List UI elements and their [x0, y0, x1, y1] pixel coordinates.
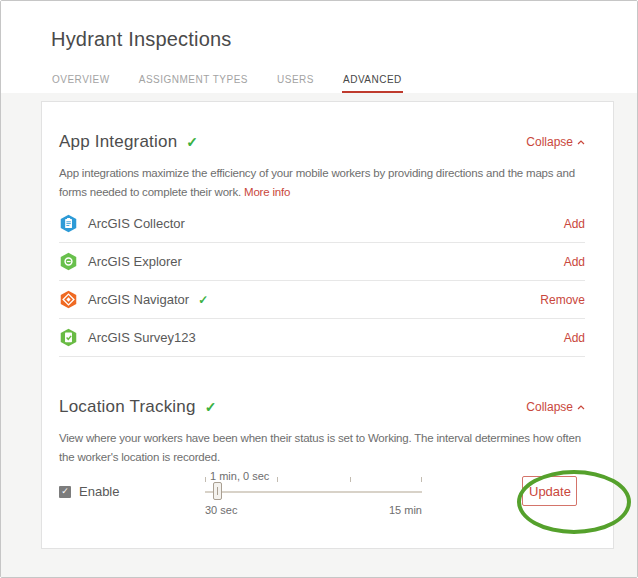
- app-name: ArcGIS Collector: [88, 216, 185, 231]
- app-list: ArcGIS Collector Add ArcGIS Explorer Add: [59, 205, 585, 357]
- app-integration-collapse-link[interactable]: Collapse: [526, 135, 585, 149]
- app-integration-description: App integrations maximize the efficiency…: [59, 164, 585, 201]
- slider-tick: [277, 477, 278, 482]
- app-integration-title: App Integration: [59, 132, 177, 152]
- advanced-settings-card: App Integration ✓ Collapse App integrati…: [41, 101, 614, 549]
- navigator-icon: [59, 290, 78, 309]
- location-tracking-controls: ✓ Enable 1 min, 0 sec 30 sec 15 min Upda…: [59, 474, 585, 530]
- check-icon: ✓: [186, 134, 198, 150]
- slider-min-label: 30 sec: [205, 504, 237, 516]
- chevron-up-icon: [577, 140, 585, 145]
- interval-slider: 1 min, 0 sec 30 sec 15 min: [205, 474, 422, 530]
- slider-max-label: 15 min: [389, 504, 422, 516]
- explorer-icon: [59, 252, 78, 271]
- check-icon: ✓: [198, 293, 208, 307]
- remove-link-navigator[interactable]: Remove: [540, 293, 585, 307]
- page-title: Hydrant Inspections: [51, 28, 232, 51]
- app-row-explorer: ArcGIS Explorer Add: [59, 243, 585, 281]
- slider-tick: [421, 477, 422, 482]
- app-row-navigator: ArcGIS Navigator ✓ Remove: [59, 281, 585, 319]
- checkmark-icon: ✓: [61, 487, 69, 496]
- add-link-explorer[interactable]: Add: [564, 255, 585, 269]
- add-link-collector[interactable]: Add: [564, 217, 585, 231]
- collector-icon: [59, 214, 78, 233]
- tab-overview[interactable]: OVERVIEW: [51, 74, 111, 93]
- more-info-link[interactable]: More info: [244, 186, 290, 198]
- collapse-label: Collapse: [526, 135, 573, 149]
- app-name: ArcGIS Explorer: [88, 254, 182, 269]
- add-link-survey123[interactable]: Add: [564, 331, 585, 345]
- tab-users[interactable]: USERS: [276, 74, 315, 93]
- check-icon: ✓: [205, 399, 217, 415]
- slider-tick: [205, 477, 206, 482]
- app-name: ArcGIS Survey123: [88, 330, 196, 345]
- app-integration-description-text: App integrations maximize the efficiency…: [59, 167, 575, 198]
- location-tracking-description: View where your workers have been when t…: [59, 429, 585, 466]
- app-row-collector: ArcGIS Collector Add: [59, 205, 585, 243]
- tab-bar: OVERVIEW ASSIGNMENT TYPES USERS ADVANCED: [51, 74, 403, 93]
- slider-tick: [350, 477, 351, 482]
- location-tracking-collapse-link[interactable]: Collapse: [526, 400, 585, 414]
- survey123-icon: [59, 328, 78, 347]
- slider-handle[interactable]: [213, 482, 222, 500]
- enable-checkbox-group: ✓ Enable: [59, 484, 119, 499]
- content-background: App Integration ✓ Collapse App integrati…: [1, 93, 637, 578]
- page-header: Hydrant Inspections OVERVIEW ASSIGNMENT …: [1, 1, 637, 93]
- slider-value-label: 1 min, 0 sec: [210, 470, 269, 482]
- app-name: ArcGIS Navigator: [88, 292, 189, 307]
- location-tracking-header: Location Tracking ✓ Collapse: [59, 397, 585, 417]
- workforce-project-page: Hydrant Inspections OVERVIEW ASSIGNMENT …: [0, 0, 638, 578]
- slider-track[interactable]: [205, 491, 422, 493]
- enable-label: Enable: [79, 484, 119, 499]
- update-button[interactable]: Update: [522, 476, 577, 506]
- app-integration-header: App Integration ✓ Collapse: [59, 102, 585, 152]
- tab-assignment-types[interactable]: ASSIGNMENT TYPES: [138, 74, 249, 93]
- collapse-label: Collapse: [526, 400, 573, 414]
- enable-checkbox[interactable]: ✓: [59, 486, 71, 498]
- app-row-survey123: ArcGIS Survey123 Add: [59, 319, 585, 357]
- tab-advanced[interactable]: ADVANCED: [342, 74, 403, 93]
- chevron-up-icon: [577, 405, 585, 410]
- location-tracking-title: Location Tracking: [59, 397, 196, 417]
